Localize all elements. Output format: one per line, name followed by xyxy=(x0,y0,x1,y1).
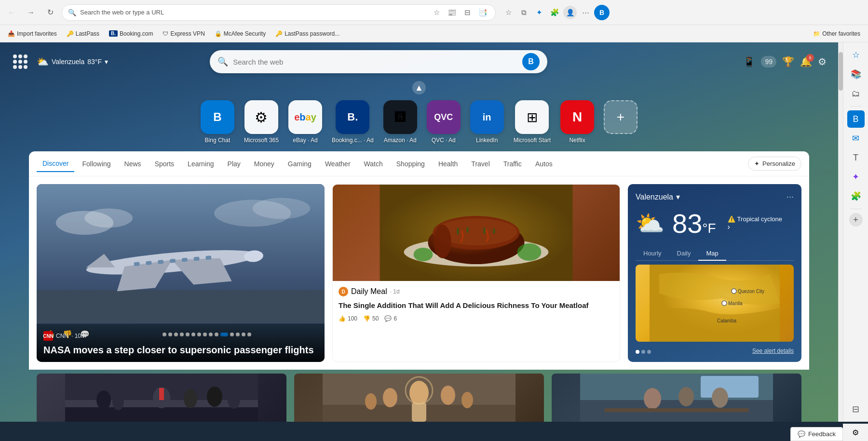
collections-addr-icon[interactable]: 📑 xyxy=(476,6,489,19)
tab-autos[interactable]: Autos xyxy=(529,156,558,172)
tab-play[interactable]: Play xyxy=(222,156,246,172)
collapse-quicklinks-button[interactable]: ▲ xyxy=(412,81,426,94)
search-input[interactable] xyxy=(233,58,517,66)
amazon-label: Amazon · Ad xyxy=(384,137,417,144)
quicklink-booking[interactable]: B. Booking.c... · Ad xyxy=(332,100,374,144)
add-quicklink[interactable]: + add xyxy=(604,100,637,144)
browser-menu-icon[interactable]: ⋯ xyxy=(579,6,592,19)
fav-mcafee[interactable]: 🔒 McAfee Security xyxy=(211,28,270,39)
sidebar-favorites-icon[interactable]: ☆ xyxy=(847,46,865,64)
browser-extensions-icon[interactable]: 🧩 xyxy=(548,6,561,19)
fav-expressvpn[interactable]: 🛡 Express VPN xyxy=(159,28,208,39)
forward-button[interactable]: → xyxy=(23,5,39,20)
lastpass-icon: 🔑 xyxy=(67,30,74,37)
weather-widget: Valenzuela ▾ ··· ⛅ 83°F xyxy=(628,184,801,362)
comments-count: 6 xyxy=(393,315,397,322)
reader-mode-icon[interactable]: 📰 xyxy=(445,6,459,19)
tab-travel[interactable]: Travel xyxy=(465,156,495,172)
likes-count: 100 xyxy=(348,315,357,322)
profile-avatar[interactable]: 👤 xyxy=(563,6,577,19)
weather-alert-chevron[interactable]: › xyxy=(728,223,730,231)
sidebar-translate-icon[interactable]: T xyxy=(847,149,865,166)
thumb-card-1[interactable] xyxy=(37,374,286,422)
quicklink-qvc[interactable]: QVC QVC · Ad xyxy=(427,100,461,144)
sidebar-expand-icon[interactable]: ⊟ xyxy=(847,401,865,418)
tab-groups-icon[interactable]: ⧉ xyxy=(517,6,530,19)
split-view-icon[interactable]: ⊟ xyxy=(461,6,474,19)
quicklink-linkedin[interactable]: in LinkedIn xyxy=(470,100,504,144)
weather-alert-info: ⚠️ Tropical cyclone › xyxy=(728,215,782,231)
quicklink-netflix[interactable]: N Netflix xyxy=(560,100,594,144)
bing-search-button[interactable]: B xyxy=(522,53,540,70)
quicklink-ebay[interactable]: ebay eBay · Ad xyxy=(288,100,322,144)
refresh-button[interactable]: ↻ xyxy=(42,5,58,20)
favorites-star-icon[interactable]: ☆ xyxy=(430,6,443,19)
address-bar[interactable]: 🔍 Search the web or type a URL ☆ 📰 ⊟ 📑 xyxy=(62,4,496,21)
tab-health[interactable]: Health xyxy=(433,156,463,172)
sidebar-copilot-icon[interactable]: ✦ xyxy=(847,168,865,186)
sidebar-add-button[interactable]: + xyxy=(849,213,863,227)
weather-map[interactable]: Quezon City Manila Calamba ⚠️ Check more… xyxy=(636,265,794,342)
tab-learning[interactable]: Learning xyxy=(182,156,220,172)
tab-watch[interactable]: Watch xyxy=(358,156,389,172)
main-search-bar[interactable]: 🔍 B xyxy=(210,50,547,73)
weather-tab-map[interactable]: Map xyxy=(698,247,726,261)
fav-lastpass[interactable]: 🔑 LastPass xyxy=(63,28,103,39)
tab-money[interactable]: Money xyxy=(248,156,280,172)
tab-discover[interactable]: Discover xyxy=(37,156,74,172)
thumb-card-3[interactable] xyxy=(552,374,801,422)
weather-tab-daily[interactable]: Daily xyxy=(669,247,699,261)
personalize-button[interactable]: ✦ Personalize xyxy=(748,157,801,171)
sidebar-reading-icon[interactable]: 📚 xyxy=(847,66,865,83)
featured-image xyxy=(37,184,325,324)
rewards-icon[interactable]: 🏆 xyxy=(782,56,794,67)
tab-gaming[interactable]: Gaming xyxy=(282,156,317,172)
secondary-source-name: Daily Meal xyxy=(351,287,387,296)
settings-icon[interactable]: ⚙ xyxy=(818,56,827,67)
sidebar-extensions2-icon[interactable]: 🧩 xyxy=(847,187,865,205)
copilot-icon[interactable]: ✦ xyxy=(532,6,546,19)
weather-location[interactable]: Valenzuela ▾ xyxy=(636,192,680,201)
location-text: Valenzuela xyxy=(636,193,673,201)
mobile-icon[interactable]: 📱 xyxy=(743,56,755,67)
quicklink-microsoft-start[interactable]: ⊞ Microsoft Start xyxy=(514,100,551,144)
bing-copilot-button[interactable]: B xyxy=(594,5,610,20)
favorites-toolbar-icon[interactable]: ☆ xyxy=(502,6,515,19)
tab-traffic[interactable]: Traffic xyxy=(498,156,528,172)
sidebar-bing-icon[interactable]: B xyxy=(847,110,865,128)
quicklink-microsoft365[interactable]: ⚙ Microsoft 365 xyxy=(244,100,279,144)
tab-shopping[interactable]: Shopping xyxy=(391,156,431,172)
quicklink-amazon[interactable]: 🅰 Amazon · Ad xyxy=(383,100,417,144)
tab-weather[interactable]: Weather xyxy=(319,156,356,172)
secondary-article[interactable]: D Daily Meal · 1d The Single Addition Th… xyxy=(332,184,620,362)
svg-point-43 xyxy=(207,387,222,407)
reading-count-badge[interactable]: 99 xyxy=(761,56,776,67)
thumb-card-2[interactable] xyxy=(294,374,544,422)
add-link-icon: + xyxy=(604,100,637,134)
scrollbar-thumb[interactable] xyxy=(839,52,843,91)
ebay-label: eBay · Ad xyxy=(293,137,317,144)
scrollbar-track[interactable] xyxy=(838,42,843,422)
fav-lastpass-password[interactable]: 🔑 LastPass password... xyxy=(271,28,343,39)
quicklink-bing-chat[interactable]: B Bing Chat xyxy=(201,100,234,144)
fav-import[interactable]: 📥 Import favorites xyxy=(4,28,61,39)
apps-grid-button[interactable] xyxy=(12,53,29,70)
fav-booking[interactable]: B. Booking.com xyxy=(105,28,157,39)
tab-following[interactable]: Following xyxy=(76,156,116,172)
notifications-icon[interactable]: 🔔 8 xyxy=(800,56,812,67)
other-favorites[interactable]: 📁 Other favorites xyxy=(809,28,864,39)
weather-header-info[interactable]: ⛅ Valenzuela 83°F ▾ xyxy=(37,56,108,67)
sidebar-collections-icon[interactable]: 🗂 xyxy=(847,85,865,102)
sidebar-outlook-icon[interactable]: ✉ xyxy=(847,130,865,147)
weather-tab-hourly[interactable]: Hourly xyxy=(636,247,669,261)
settings-bottom-button[interactable]: ⚙ xyxy=(843,424,868,441)
tab-news[interactable]: News xyxy=(119,156,147,172)
weather-more-icon[interactable]: ··· xyxy=(787,192,794,202)
feedback-button[interactable]: 💬 Feedback xyxy=(790,427,843,441)
map-visualization: Quezon City Manila Calamba xyxy=(636,265,794,342)
back-button[interactable]: ← xyxy=(4,5,19,20)
tab-sports[interactable]: Sports xyxy=(149,156,180,172)
see-alert-link[interactable]: See alert details xyxy=(752,347,794,354)
featured-article[interactable]: CNN CNN · 10m NASA moves a step closer t… xyxy=(37,184,325,362)
other-favorites-label: Other favorites xyxy=(822,30,860,37)
